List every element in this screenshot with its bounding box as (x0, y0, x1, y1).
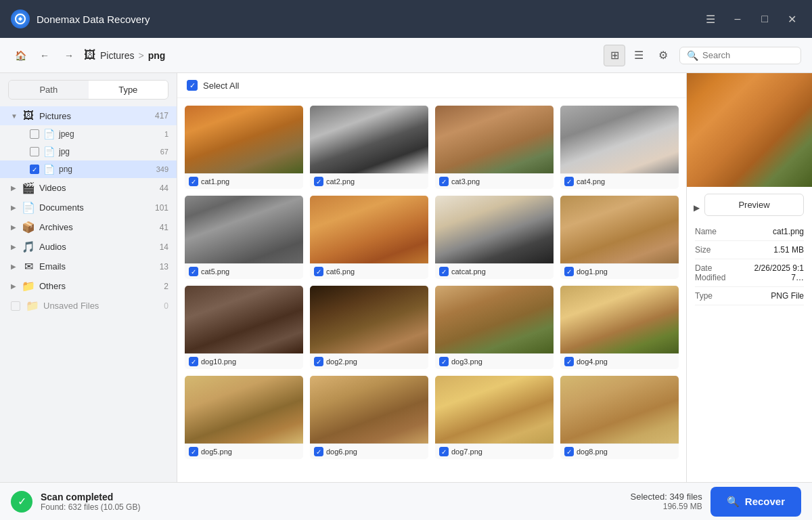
forward-button[interactable]: → (60, 46, 78, 65)
maximize-button[interactable]: □ (755, 9, 774, 28)
file-item-cat1_png[interactable]: ✓ cat1.png (184, 105, 304, 190)
file-label: ✓ cat3.png (435, 173, 554, 189)
recover-button[interactable]: 🔍 Recover (710, 487, 801, 517)
select-all-checkbox[interactable]: ✓ (187, 80, 198, 91)
sidebar-item-videos[interactable]: ▶ 🎬 Videos 44 (0, 178, 177, 198)
sidebar-item-emails[interactable]: ▶ ✉ Emails 13 (0, 257, 177, 276)
file-thumb (310, 286, 428, 353)
file-checkbox[interactable]: ✓ (189, 267, 198, 276)
file-item-dog6_png[interactable]: ✓ dog6.png (309, 375, 429, 460)
sidebar-item-audios[interactable]: ▶ 🎵 Audios 14 (0, 237, 177, 257)
file-checkbox[interactable]: ✓ (564, 177, 574, 186)
expand-arrow-documents: ▶ (11, 204, 18, 211)
file-item-dog7_png[interactable]: ✓ dog7.png (434, 375, 554, 460)
file-checkbox[interactable]: ✓ (564, 447, 574, 456)
emails-count: 13 (160, 262, 168, 272)
sidebar-subitem-jpg[interactable]: 📄 jpg 67 (0, 143, 177, 160)
file-item-cat6_png[interactable]: ✓ cat6.png (309, 195, 429, 280)
unsaved-checkbox[interactable] (11, 301, 20, 311)
file-label: ✓ dog10.png (185, 353, 303, 369)
meta-size-val: 1.51 MB (773, 245, 804, 255)
file-checkbox[interactable]: ✓ (564, 357, 574, 366)
documents-count: 101 (155, 203, 168, 213)
file-checkbox[interactable]: ✓ (439, 447, 449, 456)
expand-arrow-archives: ▶ (11, 223, 18, 231)
file-item-dog3_png[interactable]: ✓ dog3.png (434, 285, 554, 370)
audios-label: Audios (39, 242, 156, 252)
file-label: ✓ catcat.png (435, 263, 554, 279)
jpeg-icon: 📄 (43, 129, 55, 139)
file-item-cat4_png[interactable]: ✓ cat4.png (560, 105, 679, 190)
file-checkbox[interactable]: ✓ (439, 177, 449, 186)
minimize-button[interactable]: – (728, 9, 747, 28)
file-name: dog8.png (577, 448, 608, 456)
sidebar-subitem-png[interactable]: ✓ 📄 png 349 (0, 160, 177, 178)
breadcrumb-pictures[interactable]: Pictures (100, 50, 135, 61)
file-thumb (560, 376, 679, 443)
file-checkbox[interactable]: ✓ (189, 447, 198, 456)
file-checkbox[interactable]: ✓ (439, 357, 449, 366)
file-checkbox[interactable]: ✓ (189, 357, 198, 366)
meta-size-key: Size (695, 245, 710, 255)
archives-icon: 📦 (22, 221, 35, 234)
scan-status-main: Scan completed (41, 492, 140, 502)
menu-button[interactable]: ☰ (701, 9, 720, 28)
home-button[interactable]: 🏠 (11, 46, 30, 65)
file-checkbox[interactable]: ✓ (439, 267, 449, 276)
unsaved-label: Unsaved Files (43, 301, 160, 311)
file-item-cat3_png[interactable]: ✓ cat3.png (434, 105, 554, 190)
file-item-cat2_png[interactable]: ✓ cat2.png (309, 105, 429, 190)
emails-icon: ✉ (22, 260, 35, 273)
videos-icon: 🎬 (22, 181, 35, 194)
grid-view-button[interactable]: ⊞ (604, 45, 625, 66)
pictures-icon: 🖼 (22, 110, 35, 122)
file-checkbox[interactable]: ✓ (314, 447, 323, 456)
file-item-dog4_png[interactable]: ✓ dog4.png (560, 285, 679, 370)
file-thumb (310, 106, 428, 173)
file-label: ✓ dog7.png (435, 443, 554, 459)
filter-button[interactable]: ⚙ (652, 45, 674, 66)
file-name: dog1.png (577, 267, 608, 276)
navbar: 🏠 ← → 🖼 Pictures > png ⊞ ☰ ⚙ 🔍 (0, 38, 812, 73)
file-item-catcat_png[interactable]: ✓ catcat.png (434, 195, 554, 280)
file-item-dog1_png[interactable]: ✓ dog1.png (560, 195, 679, 280)
file-checkbox[interactable]: ✓ (314, 357, 323, 366)
preview-arrow[interactable]: ▶ (690, 198, 703, 213)
file-item-dog10_png[interactable]: ✓ dog10.png (184, 285, 304, 370)
sidebar-item-unsaved[interactable]: 📁 Unsaved Files 0 (0, 296, 177, 316)
file-thumb (310, 376, 428, 443)
sidebar-item-archives[interactable]: ▶ 📦 Archives 41 (0, 217, 177, 237)
sidebar-item-others[interactable]: ▶ 📁 Others 2 (0, 276, 177, 296)
sidebar-item-documents[interactable]: ▶ 📄 Documents 101 (0, 198, 177, 217)
expand-arrow-others: ▶ (11, 282, 18, 290)
sidebar-item-pictures[interactable]: ▼ 🖼 Pictures 417 (0, 106, 177, 125)
file-item-cat5_png[interactable]: ✓ cat5.png (184, 195, 304, 280)
list-view-button[interactable]: ☰ (628, 45, 650, 66)
select-all-label: Select All (203, 81, 239, 91)
file-thumb (560, 196, 679, 263)
audios-icon: 🎵 (22, 240, 35, 253)
file-checkbox[interactable]: ✓ (314, 177, 323, 186)
file-name: cat6.png (326, 267, 355, 276)
png-checkbox[interactable]: ✓ (30, 165, 39, 174)
meta-section: Name cat1.png Size 1.51 MB Date Modified… (687, 223, 812, 305)
search-input[interactable] (702, 50, 794, 60)
close-button[interactable]: ✕ (782, 9, 801, 28)
back-button[interactable]: ← (35, 46, 54, 65)
jpg-checkbox[interactable] (30, 147, 39, 156)
sidebar-subitem-jpeg[interactable]: 📄 jpeg 1 (0, 125, 177, 143)
file-checkbox[interactable]: ✓ (314, 267, 323, 276)
file-checkbox[interactable]: ✓ (564, 267, 574, 276)
preview-button[interactable]: Preview (704, 194, 804, 216)
meta-type-row: Type PNG File (695, 287, 804, 305)
breadcrumb-current: png (148, 50, 166, 61)
recover-label: Recover (745, 496, 785, 507)
file-item-dog8_png[interactable]: ✓ dog8.png (560, 375, 679, 460)
tab-type[interactable]: Type (89, 81, 168, 99)
file-checkbox[interactable]: ✓ (189, 177, 198, 186)
select-all[interactable]: ✓ Select All (187, 80, 239, 91)
file-item-dog2_png[interactable]: ✓ dog2.png (309, 285, 429, 370)
tab-path[interactable]: Path (9, 81, 89, 99)
file-item-dog5_png[interactable]: ✓ dog5.png (184, 375, 304, 460)
jpeg-checkbox[interactable] (30, 129, 39, 139)
